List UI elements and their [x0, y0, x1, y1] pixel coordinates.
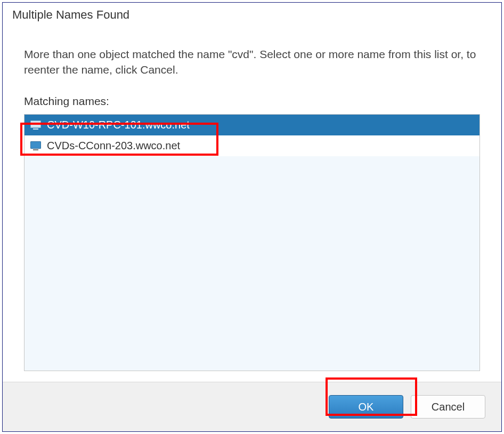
matching-names-list[interactable]: CVD-W10-RPC-101.wwco.net CVDs-CConn-203.… — [24, 114, 480, 371]
multiple-names-dialog: Multiple Names Found More than one objec… — [2, 2, 502, 432]
list-item-label: CVDs-CConn-203.wwco.net — [47, 140, 180, 152]
matching-names-label: Matching names: — [24, 95, 480, 108]
dialog-content: More than one object matched the name "c… — [3, 25, 501, 382]
computer-icon — [30, 140, 42, 151]
ok-button[interactable]: OK — [329, 395, 403, 419]
dialog-title: Multiple Names Found — [12, 8, 129, 21]
list-item[interactable]: CVD-W10-RPC-101.wwco.net — [25, 115, 479, 135]
list-item[interactable]: CVDs-CConn-203.wwco.net — [25, 135, 479, 156]
dialog-title-bar: Multiple Names Found — [3, 3, 501, 25]
cancel-button[interactable]: Cancel — [411, 395, 485, 419]
computer-icon — [30, 119, 42, 130]
dialog-button-bar: OK Cancel — [3, 382, 501, 431]
dialog-description: More than one object matched the name "c… — [24, 46, 480, 78]
list-item-label: CVD-W10-RPC-101.wwco.net — [47, 119, 190, 131]
